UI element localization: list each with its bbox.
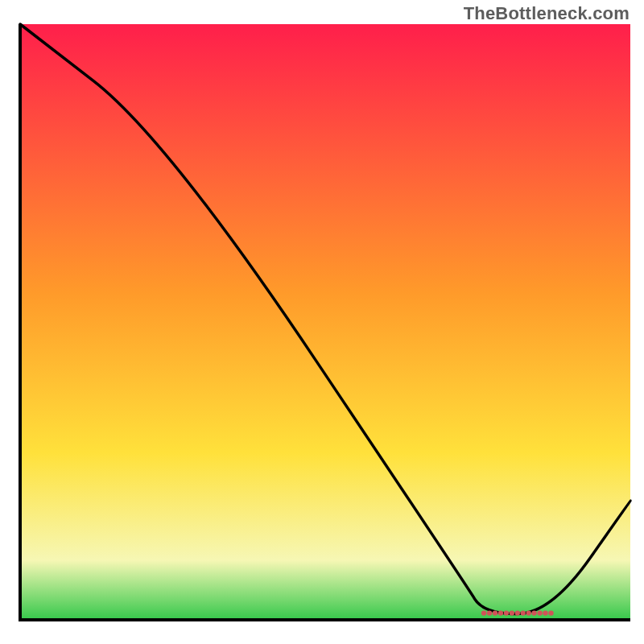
marker-dot bbox=[493, 610, 497, 615]
marker-dot bbox=[510, 610, 514, 615]
bottleneck-chart bbox=[0, 0, 644, 644]
marker-dot bbox=[515, 610, 520, 615]
marker-dot bbox=[537, 610, 542, 615]
chart-gradient-bg bbox=[20, 24, 630, 620]
marker-dot bbox=[531, 610, 536, 615]
marker-dot bbox=[543, 610, 547, 615]
attribution-text: TheBottleneck.com bbox=[464, 3, 630, 24]
marker-dot bbox=[521, 610, 526, 615]
marker-dot bbox=[526, 610, 531, 615]
marker-dot bbox=[548, 610, 553, 615]
marker-dot bbox=[487, 610, 492, 615]
marker-dot bbox=[498, 610, 503, 615]
marker-dot bbox=[504, 610, 509, 615]
marker-dot bbox=[481, 610, 486, 615]
